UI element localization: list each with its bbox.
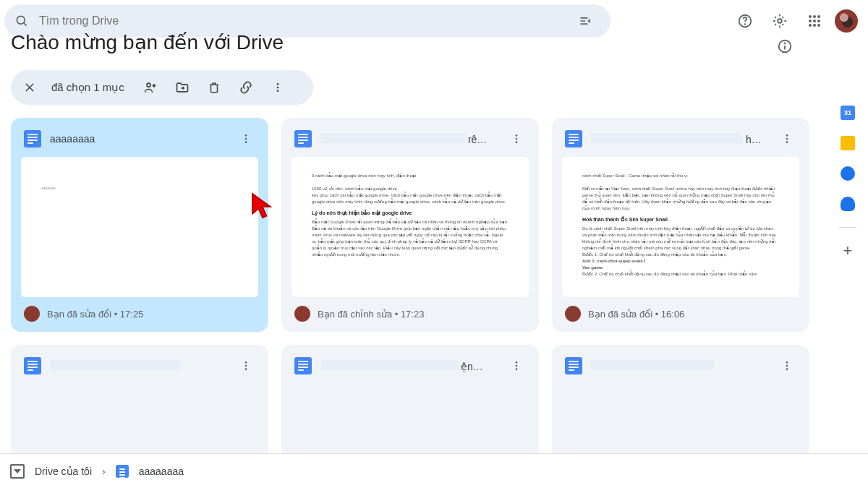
svg-point-7 xyxy=(817,15,820,18)
svg-point-10 xyxy=(817,20,820,22)
svg-point-42 xyxy=(786,368,788,370)
selection-toolbar: đã chọn 1 mục xyxy=(11,70,313,105)
svg-point-6 xyxy=(813,15,816,18)
file-thumbnail: cách chơi Super Snail - Game nhập vai nh… xyxy=(562,157,799,297)
breadcrumb-file[interactable]: aaaaaaaa xyxy=(139,466,184,477)
doc-icon xyxy=(24,357,41,374)
doc-icon xyxy=(294,357,312,374)
file-name: h… xyxy=(591,133,767,145)
file-more-button[interactable] xyxy=(506,128,527,150)
account-avatar[interactable] xyxy=(835,9,858,33)
svg-point-24 xyxy=(276,90,278,92)
file-thumbnail: aaaaaaa xyxy=(21,157,258,297)
svg-point-33 xyxy=(786,141,788,143)
doc-icon xyxy=(294,130,312,147)
delete-button[interactable] xyxy=(200,73,229,102)
svg-point-37 xyxy=(516,361,518,364)
svg-point-38 xyxy=(516,365,518,367)
svg-point-41 xyxy=(786,365,788,367)
svg-point-32 xyxy=(786,138,788,140)
svg-point-22 xyxy=(276,83,278,85)
doc-icon xyxy=(565,357,582,374)
file-card[interactable]: h… cách chơi Super Snail - Game nhập vai… xyxy=(552,118,809,332)
file-more-button[interactable] xyxy=(235,355,257,377)
file-name: aaaaaaaa xyxy=(50,133,226,145)
svg-point-29 xyxy=(516,138,518,140)
svg-point-36 xyxy=(245,368,247,370)
file-more-button[interactable] xyxy=(776,128,798,150)
drive-icon[interactable] xyxy=(10,464,25,479)
svg-point-16 xyxy=(785,43,786,43)
svg-point-31 xyxy=(786,134,788,137)
page-title: Chào mừng bạn đến với Drive xyxy=(11,22,284,70)
breadcrumb-root[interactable]: Drive của tôi xyxy=(35,466,92,477)
doc-icon xyxy=(24,130,41,147)
svg-point-13 xyxy=(817,24,820,27)
svg-point-26 xyxy=(245,138,247,140)
svg-point-34 xyxy=(245,361,247,364)
more-actions-button[interactable] xyxy=(263,73,292,102)
svg-point-25 xyxy=(245,134,247,137)
file-more-button[interactable] xyxy=(506,355,527,377)
selection-count: đã chọn 1 mục xyxy=(47,81,133,94)
svg-point-5 xyxy=(809,15,812,18)
file-name: ện… xyxy=(320,360,497,372)
file-meta: Bạn đã chỉnh sửa • 17:23 xyxy=(318,309,424,320)
file-name xyxy=(50,360,226,372)
svg-point-40 xyxy=(786,361,788,364)
chevron-right-icon: › xyxy=(102,466,106,477)
svg-point-28 xyxy=(516,134,518,137)
owner-avatar xyxy=(294,306,310,322)
info-icon[interactable] xyxy=(770,32,799,61)
file-name xyxy=(591,360,767,372)
doc-icon xyxy=(116,465,129,478)
file-card[interactable]: aaaaaaaa aaaaaaa Bạn đã sửa đổi • 17:25 xyxy=(11,118,268,332)
file-card[interactable]: rê… 9 cách bảo mật google drive trên máy… xyxy=(281,118,539,332)
clear-selection-button[interactable] xyxy=(15,73,44,102)
file-thumbnail: 9 cách bảo mật google drive trên máy tín… xyxy=(292,157,529,297)
link-button[interactable] xyxy=(231,73,260,102)
doc-icon xyxy=(565,130,582,147)
svg-point-19 xyxy=(147,83,150,87)
svg-point-27 xyxy=(245,141,247,143)
side-panel: + xyxy=(827,88,868,258)
svg-point-39 xyxy=(516,368,518,370)
separator xyxy=(839,227,856,228)
svg-point-23 xyxy=(276,87,278,89)
calendar-app-icon[interactable] xyxy=(841,106,855,120)
move-button[interactable] xyxy=(168,73,197,102)
file-more-button[interactable] xyxy=(776,355,798,377)
owner-avatar xyxy=(565,306,581,322)
file-more-button[interactable] xyxy=(235,128,257,150)
share-button[interactable] xyxy=(136,73,165,102)
tasks-app-icon[interactable] xyxy=(841,166,855,181)
add-app-button[interactable]: + xyxy=(841,244,855,258)
main-content: Chào mừng bạn đến với Drive đã chọn 1 mụ… xyxy=(0,42,868,488)
owner-avatar xyxy=(24,306,40,322)
file-name: rê… xyxy=(320,133,497,145)
svg-point-30 xyxy=(516,141,518,143)
file-grid: aaaaaaaa aaaaaaa Bạn đã sửa đổi • 17:25 … xyxy=(11,118,815,488)
keep-app-icon[interactable] xyxy=(841,136,855,150)
svg-point-35 xyxy=(245,365,247,367)
breadcrumb-bar: Drive của tôi › aaaaaaaa xyxy=(0,453,868,488)
file-meta: Bạn đã sửa đổi • 16:06 xyxy=(588,309,684,320)
file-meta: Bạn đã sửa đổi • 17:25 xyxy=(47,309,143,320)
contacts-app-icon[interactable] xyxy=(841,197,855,211)
